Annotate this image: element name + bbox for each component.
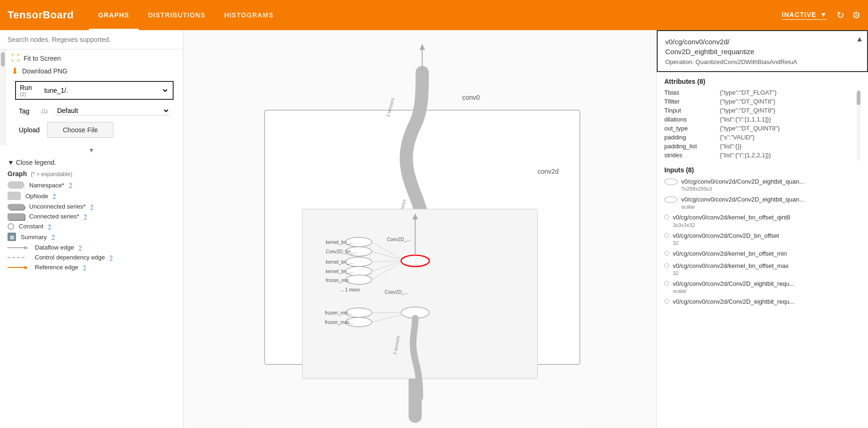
node-operation: Operation: QuantizedConv2DWithBiasAndRel…: [665, 58, 860, 65]
attributes-section: Attributes (8) Tbias {"type":"DT_FLOAT"}…: [657, 72, 868, 161]
tab-histograms[interactable]: HISTOGRAMS: [215, 0, 283, 30]
node-path: v0/cg/conv0/conv2d/ Conv2D_eightbit_requ…: [665, 37, 860, 57]
sidebar-scrollbar[interactable]: [0, 49, 6, 145]
legend-unconnected: Unconnected series* ?: [8, 203, 175, 210]
sidebar-controls: ⛶ Fit to Screen ⬇ Download PNG Run (2) t…: [6, 49, 183, 145]
input-item-1: v0/cg/conv0/conv2d/Conv2D_eightbit_quan.…: [664, 195, 860, 210]
attr-out-type: out_type {"type":"DT_QUINT8"}: [664, 125, 860, 132]
legend-dataflow-link[interactable]: ?: [79, 245, 81, 250]
status-dropdown[interactable]: INACTIVE ▼: [782, 11, 827, 20]
attr-val: {"list":{"i":[1,2,2,1]}}: [720, 152, 771, 159]
download-png-button[interactable]: ⬇ Download PNG: [11, 66, 177, 76]
legend-namespace-label: Namespace*: [29, 182, 64, 189]
svg-text:kernel_bn_...: kernel_bn_...: [326, 269, 353, 274]
input-item-2: v0/cg/conv0/conv2d/kernel_bn_offset_qint…: [664, 213, 860, 227]
refresh-icon[interactable]: ↻: [836, 9, 844, 21]
legend-dataflow: ▶ Dataflow edge ?: [8, 244, 175, 251]
app-logo: TensorBoard: [8, 9, 74, 21]
attr-tbias: Tbias {"type":"DT_FLOAT"}: [664, 89, 860, 96]
settings-icon[interactable]: ⚙: [852, 9, 860, 21]
legend-constant: Constant ?: [8, 223, 175, 230]
svg-rect-9: [303, 209, 538, 379]
svg-text:conv0: conv0: [462, 94, 480, 101]
tab-graphs[interactable]: GRAPHS: [89, 0, 139, 30]
legend-toggle-button[interactable]: ▼ Close legend.: [8, 159, 175, 166]
inputs-section[interactable]: Inputs (8) v0/cg/conv0/conv2d/Conv2D_eig…: [657, 161, 868, 428]
legend-opnode: OpNode ?: [8, 192, 175, 200]
legend-summary-link[interactable]: ?: [52, 234, 55, 240]
run-sub: (2): [20, 91, 39, 97]
legend-toggle-label: Close legend.: [16, 159, 56, 166]
tab-distributions[interactable]: DISTRIBUTIONS: [139, 0, 215, 30]
legend-reference-link[interactable]: ?: [83, 265, 86, 270]
svg-text:conv2d: conv2d: [538, 168, 559, 175]
upload-row: Upload Choose File: [15, 120, 174, 142]
svg-text:frozen_max...: frozen_max...: [325, 320, 354, 325]
tag-label: Tag: [19, 107, 38, 115]
input-ellipse-icon: [664, 196, 677, 203]
legend-unconnected-link[interactable]: ?: [90, 204, 93, 210]
graph-label: Graph: [8, 170, 27, 178]
attr-tinput: Tinput {"type":"DT_QINT8"}: [664, 107, 860, 114]
attr-key: padding_list: [664, 143, 716, 150]
choose-file-button[interactable]: Choose File: [47, 122, 113, 138]
attributes-list[interactable]: Tbias {"type":"DT_FLOAT"} Tfilter {"type…: [664, 89, 860, 161]
input-circle-icon: [664, 233, 669, 238]
namespace-shape: [8, 181, 24, 189]
close-detail-button[interactable]: ▲: [856, 35, 863, 43]
upload-label: Upload: [19, 126, 40, 134]
attr-val: {"type":"DT_FLOAT"}: [720, 89, 777, 96]
header: TensorBoard GRAPHS DISTRIBUTIONS HISTOGR…: [0, 0, 868, 30]
legend-connected-label: Connected series*: [29, 213, 79, 220]
attr-key: strides: [664, 152, 716, 159]
graph-section-header: Graph (* = expandable): [8, 170, 175, 178]
input-item-6: v0/cg/conv0/conv2d/Conv2D_eightbit_requ.…: [664, 280, 860, 294]
legend-connected-link[interactable]: ?: [84, 214, 87, 219]
legend-namespace-link[interactable]: ?: [69, 182, 72, 188]
attr-key: out_type: [664, 125, 716, 132]
run-select[interactable]: tune_1/.: [42, 86, 169, 95]
attr-val: {"s":"VALID"}: [720, 134, 755, 141]
search-input[interactable]: [8, 36, 175, 43]
main-layout: ⛶ Fit to Screen ⬇ Download PNG Run (2) t…: [0, 30, 868, 428]
svg-text:kernel_bn_...: kernel_bn_...: [326, 240, 353, 245]
attr-val: {"type":"DT_QINT8"}: [720, 98, 775, 105]
input-circle-icon: [664, 215, 669, 219]
input-text-3: v0/cg/conv0/conv2d/Conv2D_bn_offset 32: [673, 232, 779, 246]
legend-control-link[interactable]: ?: [110, 255, 112, 260]
attr-key: padding: [664, 134, 716, 141]
attrs-scrollbar[interactable]: [857, 89, 860, 161]
graph-area[interactable]: conv0 conv2d 2 tensors 2 tensors kernel_…: [183, 30, 656, 428]
legend-area: ▼ Close legend. Graph (* = expandable) N…: [0, 155, 183, 428]
legend-opnode-link[interactable]: ?: [53, 193, 56, 199]
run-selector-row: Run (2) tune_1/.: [15, 81, 174, 100]
attr-strides: strides {"list":{"i":[1,2,2,1]}}: [664, 152, 860, 159]
svg-text:frozen_min...: frozen_min...: [325, 310, 352, 315]
tag-sub: (1): [41, 108, 48, 114]
legend-summary-label: Summary: [21, 234, 47, 241]
run-label: Run: [20, 84, 39, 91]
input-item-3: v0/cg/conv0/conv2d/Conv2D_bn_offset 32: [664, 232, 860, 246]
tag-select[interactable]: Default: [55, 106, 170, 115]
attr-tfilter: Tfilter {"type":"DT_QINT8"}: [664, 98, 860, 105]
attr-val: {"list":{}}: [720, 143, 741, 150]
input-text-5: v0/cg/conv0/conv2d/kernel_bn_offset_max …: [673, 262, 788, 276]
scroll-down-indicator: ▼: [0, 145, 183, 155]
attr-val: {"type":"DT_QUINT8"}: [720, 125, 780, 132]
legend-reference: ▶ Reference edge ?: [8, 264, 175, 271]
tag-row: Tag (1) Default: [15, 105, 174, 117]
attr-dilations: dilations {"list":{"i":[1,1,1,1]}}: [664, 116, 860, 123]
input-text-2: v0/cg/conv0/conv2d/kernel_bn_offset_qint…: [673, 213, 790, 227]
fit-to-screen-button[interactable]: ⛶ Fit to Screen: [11, 53, 177, 63]
attr-key: Tbias: [664, 89, 716, 96]
legend-constant-link[interactable]: ?: [48, 224, 51, 229]
input-text-1: v0/cg/conv0/conv2d/Conv2D_eightbit_quan.…: [681, 195, 804, 210]
input-item-5: v0/cg/conv0/conv2d/kernel_bn_offset_max …: [664, 262, 860, 276]
chevron-down-icon-legend: ▼: [8, 159, 14, 166]
input-circle-icon: [664, 251, 669, 256]
input-ellipse-icon: [664, 178, 677, 185]
connected-shape: [8, 213, 24, 220]
node-detail-header: v0/cg/conv0/conv2d/ Conv2D_eightbit_requ…: [657, 30, 868, 72]
legend-summary: ▦ Summary ?: [8, 233, 175, 241]
nav-tabs: GRAPHS DISTRIBUTIONS HISTOGRAMS: [89, 0, 283, 30]
